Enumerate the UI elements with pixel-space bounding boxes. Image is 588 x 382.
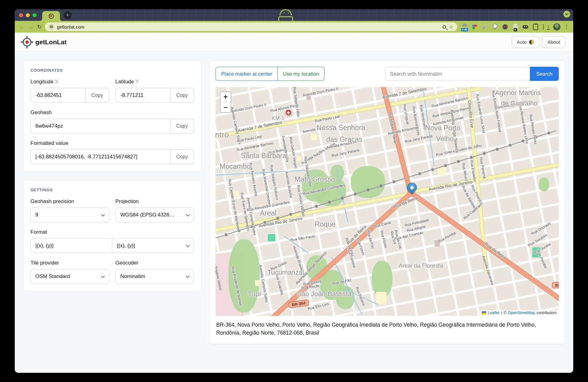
- attribution-separator: |: [501, 311, 502, 315]
- extension-badge: 0: [514, 28, 517, 31]
- reload-icon[interactable]: ↻: [37, 24, 42, 30]
- zoom-out-button[interactable]: −: [220, 102, 231, 112]
- format-select[interactable]: [{x}, {y}]: [112, 238, 194, 253]
- ukraine-flag-icon: [482, 311, 486, 315]
- android-robot-decoration: [275, 9, 296, 21]
- search-button[interactable]: Search: [530, 67, 559, 81]
- page-title: getLonLat: [35, 38, 66, 46]
- desktop-background: + ← → ↻ getlonlat.com ☆ 2.400 ↓ ⋮ getLon…: [0, 0, 588, 382]
- chevron-down-icon: [101, 213, 105, 217]
- back-icon[interactable]: ←: [19, 24, 25, 30]
- coordinates-section-title: COORDINATES: [30, 68, 194, 73]
- close-window-button[interactable]: [19, 13, 23, 17]
- bookmark-star-icon[interactable]: ☆: [449, 24, 453, 30]
- colors-icon[interactable]: [471, 23, 479, 31]
- longitude-label: Longitude X: [30, 79, 109, 85]
- site-header: getLonLat Auto About: [15, 33, 573, 52]
- about-button[interactable]: About: [542, 36, 565, 48]
- map-street-grid: [216, 87, 559, 316]
- chevron-down-icon: [101, 274, 105, 278]
- tile-provider-label: Tile provider: [30, 260, 109, 266]
- hospital-marker-icon: [285, 109, 292, 116]
- about-label: About: [547, 39, 560, 45]
- web-page: getLonLat Auto About COORDINATES Long: [15, 33, 573, 373]
- pen-icon[interactable]: [481, 23, 489, 31]
- map-attribution: Leaflet | © OpenStreetMap contributors: [480, 310, 559, 316]
- formatted-value-label: Formatted value: [30, 140, 194, 146]
- geohash-input[interactable]: [30, 119, 170, 133]
- map-card: Place marker at center Use my location S…: [209, 60, 565, 344]
- geohash-precision-select[interactable]: 9: [30, 208, 109, 222]
- map-marker-pin[interactable]: [406, 183, 417, 196]
- ghost-icon[interactable]: 0: [511, 23, 519, 31]
- latitude-input[interactable]: [115, 88, 170, 103]
- extension-badge: 2.40: [461, 28, 468, 31]
- minimize-window-button[interactable]: [26, 13, 30, 17]
- zoom-page-icon[interactable]: [443, 25, 446, 29]
- settings-section-title: SETTINGS: [30, 188, 194, 192]
- forward-icon[interactable]: →: [28, 24, 34, 30]
- projection-label: Projection: [115, 198, 194, 205]
- geocoder-label: Geocoder: [115, 260, 194, 266]
- copyright-symbol: ©: [503, 311, 506, 315]
- new-tab-button[interactable]: +: [64, 11, 72, 19]
- browser-window: + ← → ↻ getlonlat.com ☆ 2.400 ↓ ⋮ getLon…: [15, 9, 573, 373]
- chevron-down-icon: [186, 243, 190, 247]
- window-controls: [19, 13, 37, 17]
- tile-provider-select[interactable]: OSM Standard: [30, 269, 109, 284]
- latitude-label: Latitude Y: [115, 79, 194, 85]
- browser-tab-strip: +: [15, 9, 573, 21]
- lightbulb-icon[interactable]: [491, 23, 499, 31]
- zoom-in-button[interactable]: +: [220, 92, 231, 102]
- mask-icon[interactable]: [522, 23, 530, 31]
- format-label: Format: [30, 229, 194, 235]
- geohash-label: Geohash: [30, 109, 194, 116]
- browser-menu-icon[interactable]: ⋮: [564, 24, 569, 30]
- profile-avatar[interactable]: [553, 23, 561, 31]
- coupon-badge-icon[interactable]: 2.40: [461, 23, 469, 31]
- tab-strip-chevron-icon[interactable]: [563, 11, 570, 18]
- geohash-precision-label: Geohash precision: [30, 198, 109, 205]
- settings-card: SETTINGS Geohash precision 9 Projection …: [23, 180, 202, 292]
- extensions-area: 2.400: [461, 23, 540, 31]
- format-input[interactable]: [30, 238, 112, 253]
- ninja-icon[interactable]: [501, 23, 509, 31]
- map[interactable]: Avenida Dom Pedro IIAvenida Dom Pedro II…: [216, 87, 559, 316]
- chevron-down-icon: [186, 213, 190, 217]
- copy-longitude-button[interactable]: Copy: [85, 88, 109, 103]
- formatted-value-input[interactable]: [30, 149, 170, 164]
- site-settings-icon[interactable]: [49, 24, 54, 30]
- projection-select[interactable]: WGS84 (EPSG:4326…: [115, 208, 194, 222]
- clipboard-icon[interactable]: [532, 23, 540, 31]
- maximize-window-button[interactable]: [33, 13, 37, 17]
- brand: getLonLat: [23, 38, 66, 46]
- theme-auto-label: Auto: [517, 39, 527, 45]
- geocoder-select[interactable]: Nominatim: [115, 269, 194, 284]
- downloads-icon[interactable]: ↓: [547, 24, 550, 30]
- search-input[interactable]: [385, 67, 530, 81]
- chevron-down-icon: [186, 274, 190, 278]
- openstreetmap-link[interactable]: OpenStreetMap: [508, 311, 535, 315]
- browser-tab[interactable]: [42, 11, 60, 21]
- site-favicon-icon: [49, 14, 54, 19]
- address-bar[interactable]: getlonlat.com ☆: [45, 22, 457, 31]
- half-moon-icon: [529, 40, 534, 45]
- place-marker-button[interactable]: Place marker at center: [216, 67, 278, 81]
- coordinates-card: COORDINATES Longitude X Copy Latitude Y: [23, 60, 202, 172]
- reverse-geocode-result: BR-364, Nova Porto Velho, Porto Velho, R…: [216, 321, 558, 337]
- theme-auto-button[interactable]: Auto: [512, 36, 539, 48]
- leaflet-link[interactable]: Leaflet: [488, 311, 499, 315]
- crosshair-logo-icon: [23, 38, 31, 46]
- map-zoom-control: + −: [220, 91, 231, 113]
- longitude-input[interactable]: [30, 88, 85, 103]
- url-text[interactable]: getlonlat.com: [57, 24, 440, 30]
- toolbar-separator: [543, 24, 544, 30]
- browser-toolbar: ← → ↻ getlonlat.com ☆ 2.400 ↓ ⋮: [15, 21, 573, 33]
- copy-latitude-button[interactable]: Copy: [170, 88, 194, 103]
- copy-geohash-button[interactable]: Copy: [170, 119, 194, 133]
- copy-formatted-button[interactable]: Copy: [170, 149, 194, 164]
- contributors-text: contributors: [537, 311, 557, 315]
- use-my-location-button[interactable]: Use my location: [277, 67, 324, 81]
